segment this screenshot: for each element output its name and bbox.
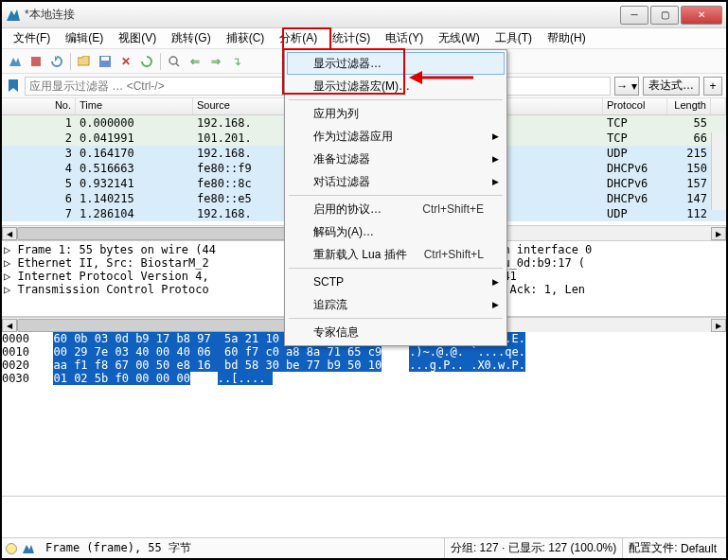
menu-file[interactable]: 文件(F) [6,28,58,48]
menu-analyze[interactable]: 分析(A) [272,28,325,48]
col-hdr-source[interactable]: Source [193,98,286,114]
bookmark-icon[interactable] [6,79,21,94]
menu-stats[interactable]: 统计(S) [325,28,378,48]
tb-prev[interactable]: ⇐ [186,52,204,71]
status-profile-label: 配置文件: [629,540,677,556]
packet-list-scrollbar-v[interactable] [711,132,726,210]
scroll-left-icon[interactable]: ◀ [2,227,17,240]
packet-bytes-pane[interactable]: 0000 60 0b 03 0d b9 17 b8 97 5a 21 10 78… [2,332,726,497]
hex-line[interactable]: 0010 00 29 7e 03 40 00 40 06 60 f7 c0 a8… [2,345,726,359]
menu-item--Lua-[interactable]: 重新载入 Lua 插件Ctrl+Shift+L [287,243,505,266]
svg-line-4 [176,63,179,66]
col-hdr-time[interactable]: Time [76,98,193,114]
menu-item--[interactable]: 对话过滤器▶ [287,170,505,193]
window-title: *本地连接 [25,7,618,23]
scroll-left-icon[interactable]: ◀ [2,319,17,332]
wireshark-icon [6,8,21,23]
tb-save[interactable] [96,52,115,71]
tb-open[interactable] [75,52,94,71]
status-bar: Frame (frame), 55 字节 分组: 127 · 已显示: 127 … [2,537,726,558]
svg-rect-2 [101,57,109,61]
menu-view[interactable]: 视图(V) [111,28,164,48]
status-profile-value: Default [681,542,717,555]
menu-item--A-[interactable]: 解码为(A)… [287,220,505,243]
tb-next[interactable]: ⇒ [206,52,225,71]
scroll-right-icon[interactable]: ▶ [711,319,726,332]
menu-item--M-[interactable]: 显示过滤器宏(M)… [287,75,505,97]
tb-reload[interactable] [137,52,156,71]
menu-item--[interactable]: 作为过滤器应用▶ [287,125,505,148]
capture-file-icon [21,541,36,556]
menu-help[interactable]: 帮助(H) [540,28,594,48]
status-packet-count: 分组: 127 · 已显示: 127 (100.0%) [445,538,623,558]
tb-close-file[interactable]: ✕ [116,52,135,71]
menu-item--[interactable]: 专家信息 [287,321,505,343]
window-titlebar: *本地连接 ─ ▢ ✕ [2,2,726,28]
menu-item--[interactable]: 追踪流▶ [287,293,505,316]
menu-telephony[interactable]: 电话(Y) [378,28,431,48]
tb-restart-capture[interactable] [47,52,66,71]
menu-capture[interactable]: 捕获(C) [219,28,273,48]
tb-stop-capture[interactable] [27,52,45,71]
menu-bar: 文件(F) 编辑(E) 视图(V) 跳转(G) 捕获(C) 分析(A) 统计(S… [2,28,726,49]
col-hdr-no[interactable]: No. [2,98,76,114]
menu-separator [289,318,503,319]
menu-wireless[interactable]: 无线(W) [431,28,487,48]
tb-find[interactable] [165,52,184,71]
menu-separator [289,268,503,269]
scroll-right-icon[interactable]: ▶ [711,227,726,240]
menu-separator [289,195,503,196]
status-profile[interactable]: 配置文件: Default [623,538,722,558]
tb-start-capture[interactable] [6,52,25,71]
menu-item-SCTP[interactable]: SCTP▶ [287,271,505,293]
col-hdr-length[interactable]: Length [667,98,711,114]
tb-goto-pkt[interactable]: ↴ [227,52,246,71]
window-minimize-button[interactable]: ─ [620,6,648,25]
status-frame-info: Frame (frame), 55 字节 [40,538,445,558]
svg-rect-0 [31,57,41,66]
expert-info-icon[interactable] [6,543,17,554]
menu-item--[interactable]: 应用为列 [287,102,505,125]
menu-edit[interactable]: 编辑(E) [58,28,111,48]
window-close-button[interactable]: ✕ [681,6,722,25]
filter-add-button[interactable]: + [703,77,722,96]
hex-line[interactable]: 0030 01 02 5b f0 00 00 00 ..[.... [2,372,726,385]
filter-expression-button[interactable]: 表达式… [643,77,700,96]
menu-go[interactable]: 跳转(G) [164,28,218,48]
menu-separator [289,99,503,100]
col-hdr-protocol[interactable]: Protocol [603,98,667,114]
hex-line[interactable]: 0020 aa f1 f8 67 00 50 e8 16 bd 58 30 be… [2,359,726,372]
menu-tools[interactable]: 工具(T) [488,28,540,48]
window-maximize-button[interactable]: ▢ [650,6,679,25]
menu-item--[interactable]: 准备过滤器▶ [287,148,505,170]
analyze-menu-dropdown: 显示过滤器…显示过滤器宏(M)…应用为列作为过滤器应用▶准备过滤器▶对话过滤器▶… [284,49,507,346]
filter-apply-button[interactable]: → ▾ [614,77,639,96]
svg-point-3 [169,57,177,64]
menu-item--[interactable]: 显示过滤器… [287,52,505,75]
menu-item--[interactable]: 启用的协议…Ctrl+Shift+E [287,198,505,220]
